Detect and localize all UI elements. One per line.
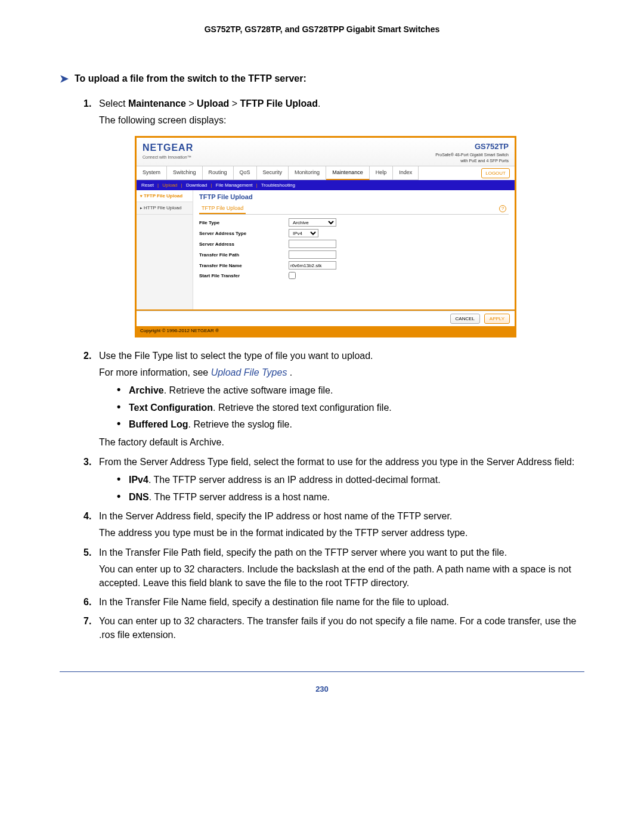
tab-security[interactable]: Security: [257, 166, 289, 180]
tab-index[interactable]: Index: [393, 166, 419, 180]
subtab-reset[interactable]: Reset: [141, 182, 154, 188]
tab-qos[interactable]: QoS: [234, 166, 257, 180]
sidebar-item-http[interactable]: ▸HTTP File Upload: [137, 202, 193, 214]
tab-bar: System Switching Routing QoS Security Mo…: [137, 166, 515, 180]
label-start: Start File Transfer: [199, 272, 289, 279]
step-5: 5. In the Transfer File Path field, spec…: [83, 546, 584, 590]
bullet-dns: DNS. The TFTP server address is a host n…: [117, 491, 584, 504]
label-addrtype: Server Address Type: [199, 230, 289, 237]
bullet-bufferedlog: Buffered Log. Retrieve the syslog file.: [117, 418, 584, 431]
help-icon[interactable]: ?: [499, 205, 506, 212]
sep2: >: [229, 98, 240, 109]
arrow-icon: ➤: [60, 72, 69, 86]
bullet-ipv4: IPv4. The TFTP server address is an IP a…: [117, 473, 584, 487]
tab-monitoring[interactable]: Monitoring: [289, 166, 326, 180]
step1-line2: The following screen displays:: [99, 114, 584, 127]
subtab-download[interactable]: Download: [186, 182, 208, 188]
step6-text: In the Transfer File Name field, specify…: [99, 596, 584, 609]
step2-text: Use the File Type list to select the typ…: [99, 349, 584, 363]
tab-maintenance[interactable]: Maintenance: [326, 166, 370, 180]
input-filepath[interactable]: [289, 250, 336, 259]
label-serveraddr: Server Address: [199, 241, 289, 247]
input-filename[interactable]: [289, 261, 336, 270]
tab-switching[interactable]: Switching: [167, 166, 203, 180]
copyright-text: Copyright © 1996-2012 NETGEAR ®: [137, 326, 515, 335]
cancel-button[interactable]: CANCEL: [450, 314, 480, 324]
brand-logo: NETGEAR: [143, 141, 193, 154]
step2-default: The factory default is Archive.: [99, 436, 584, 449]
t: For more information, see: [99, 367, 211, 377]
heading-text: To upload a file from the switch to the …: [75, 72, 306, 85]
bullet-archive: Archive. Retrieve the active software im…: [117, 384, 584, 397]
brand-tagline: Connect with Innovation™: [143, 154, 193, 160]
bullet-textconfig: Text Configuration. Retrieve the stored …: [117, 401, 584, 414]
label-filename: Transfer File Name: [199, 262, 289, 269]
apply-button[interactable]: APPLY: [484, 314, 510, 324]
label-filetype: File Type: [199, 219, 289, 226]
path-c: TFTP File Upload: [240, 98, 318, 109]
panel-title: TFTP File Upload: [199, 193, 509, 202]
checkbox-start[interactable]: [289, 272, 296, 279]
step-1: 1. Select Maintenance > Upload > TFTP Fi…: [83, 97, 584, 337]
tab-system[interactable]: System: [137, 166, 167, 180]
step-num: 4.: [83, 510, 91, 523]
step-6: 6. In the Transfer File Name field, spec…: [83, 596, 584, 609]
logout-button[interactable]: LOGOUT: [481, 168, 510, 178]
sep: >: [186, 98, 197, 109]
step-2: 2. Use the File Type list to select the …: [83, 349, 584, 450]
path-b: Upload: [197, 98, 229, 109]
select-filetype[interactable]: Archive: [289, 218, 336, 227]
admin-screenshot: NETGEAR Connect with Innovation™ GS752TP…: [135, 136, 516, 337]
subtab-filemgmt[interactable]: File Management: [216, 182, 253, 188]
label-filepath: Transfer File Path: [199, 252, 289, 258]
t: .: [287, 367, 292, 377]
model-desc2: with PoE and 4 SFP Ports: [435, 158, 509, 164]
sidebar: ▾TFTP File Upload ▸HTTP File Upload: [137, 190, 193, 309]
step7-text: You can enter up to 32 characters. The t…: [99, 615, 584, 642]
model-desc1: ProSafe® 48-Port Gigabit Smart Switch: [435, 152, 509, 158]
step-4: 4. In the Server Address field, specify …: [83, 510, 584, 540]
step-3: 3. From the Server Address Type field, s…: [83, 456, 584, 504]
step5-text: In the Transfer File Path field, specify…: [99, 546, 584, 559]
suffix: .: [318, 98, 320, 109]
page-number: 230: [60, 684, 584, 695]
step-7: 7. You can enter up to 32 characters. Th…: [83, 615, 584, 642]
tab-help[interactable]: Help: [370, 166, 394, 180]
step-num: 1.: [83, 97, 91, 110]
step-num: 6.: [83, 596, 91, 609]
step-num: 7.: [83, 615, 91, 628]
model-name: GS752TP: [435, 141, 509, 152]
tab-routing[interactable]: Routing: [203, 166, 234, 180]
step5-line2: You can enter up to 32 characters. Inclu…: [99, 563, 584, 590]
subtab-troubleshoot[interactable]: Troubleshooting: [261, 182, 295, 188]
select-addrtype[interactable]: IPv4: [289, 229, 318, 237]
t: Select: [99, 98, 128, 109]
path-a: Maintenance: [128, 98, 186, 109]
step4-text: In the Server Address field, specify the…: [99, 510, 584, 523]
page-header: GS752TP, GS728TP, and GS728TPP Gigabit S…: [60, 24, 584, 36]
step-num: 5.: [83, 546, 91, 559]
input-serveraddr[interactable]: [289, 240, 336, 248]
sidebar-item-tftp[interactable]: ▾TFTP File Upload: [137, 190, 193, 202]
panel-subtitle: TFTP File Upload: [199, 203, 246, 215]
step3-text: From the Server Address Type field, sele…: [99, 456, 584, 469]
section-heading: ➤ To upload a file from the switch to th…: [60, 72, 584, 86]
link-upload-file-types[interactable]: Upload File Types: [211, 367, 287, 377]
step4-line2: The address you type must be in the form…: [99, 527, 584, 540]
page-footer: 230: [60, 671, 584, 695]
step-num: 3.: [83, 456, 91, 469]
step-num: 2.: [83, 349, 91, 363]
subtab-upload[interactable]: Upload: [162, 182, 177, 188]
sub-tab-bar: Reset| Upload| Download| File Management…: [137, 180, 515, 190]
